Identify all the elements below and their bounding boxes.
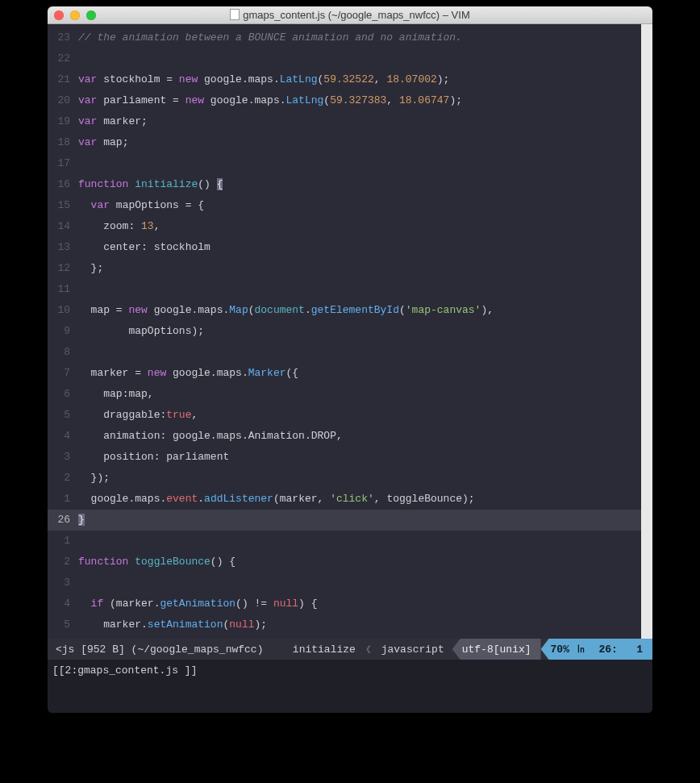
code-content[interactable]: position: parliament xyxy=(78,447,641,468)
code-content[interactable]: // the animation between a BOUNCE animat… xyxy=(78,27,641,48)
line-number: 7 xyxy=(48,363,78,384)
line-number: 13 xyxy=(48,237,78,258)
line-number: 8 xyxy=(48,342,78,363)
line-number: 3 xyxy=(48,447,78,468)
code-content[interactable]: map = new google.maps.Map(document.getEl… xyxy=(78,300,641,321)
code-line[interactable]: 18var map; xyxy=(48,132,641,153)
code-content[interactable]: function initialize() { xyxy=(78,174,641,195)
close-icon[interactable] xyxy=(54,10,64,20)
code-line[interactable]: 2 }); xyxy=(48,468,641,489)
code-content[interactable]: center: stockholm xyxy=(78,237,641,258)
window-title: gmaps_content.js (~/google_maps_nwfcc) –… xyxy=(48,9,652,21)
code-line[interactable]: 5 marker.setAnimation(null); xyxy=(48,614,641,635)
line-number: 4 xyxy=(48,426,78,447)
line-number: 22 xyxy=(48,48,78,69)
code-content[interactable]: var map; xyxy=(78,132,641,153)
line-number: 26 xyxy=(48,510,78,531)
line-number: 23 xyxy=(48,27,78,48)
code-line[interactable]: 16function initialize() { xyxy=(48,174,641,195)
line-number: 6 xyxy=(48,384,78,405)
code-content[interactable] xyxy=(78,279,641,300)
code-line[interactable]: 5 draggable:true, xyxy=(48,405,641,426)
status-funcname: initialize xyxy=(285,643,364,656)
code-line[interactable]: 19var marker; xyxy=(48,111,641,132)
line-number: 2 xyxy=(48,468,78,489)
status-encoding: utf-8[unix] xyxy=(452,639,541,660)
editor-area: 23// the animation between a BOUNCE anim… xyxy=(48,24,652,639)
code-content[interactable]: zoom: 13, xyxy=(78,216,641,237)
line-number: 5 xyxy=(48,614,78,635)
line-number: 15 xyxy=(48,195,78,216)
line-number: 1 xyxy=(48,489,78,510)
code-content[interactable]: marker = new google.maps.Marker({ xyxy=(78,363,641,384)
line-number: 3 xyxy=(48,573,78,593)
code-line[interactable]: 12 }; xyxy=(48,258,641,279)
code-line[interactable]: 20var parliament = new google.maps.LatLn… xyxy=(48,90,641,111)
line-number: 11 xyxy=(48,279,78,300)
code-line[interactable]: 14 zoom: 13, xyxy=(48,216,641,237)
code-content[interactable]: } xyxy=(78,510,641,531)
code-content[interactable]: draggable:true, xyxy=(78,405,641,426)
code-content[interactable]: }); xyxy=(78,468,641,489)
code-line[interactable]: 9 mapOptions); xyxy=(48,321,641,342)
code-content[interactable] xyxy=(78,573,641,593)
code-line[interactable]: 13 center: stockholm xyxy=(48,237,641,258)
code-line[interactable]: 6 map:map, xyxy=(48,384,641,405)
code-editor[interactable]: 23// the animation between a BOUNCE anim… xyxy=(48,24,641,639)
traffic-lights xyxy=(48,10,96,20)
titlebar[interactable]: gmaps_content.js (~/google_maps_nwfcc) –… xyxy=(48,6,652,24)
code-content[interactable]: animation: google.maps.Animation.DROP, xyxy=(78,426,641,447)
code-content[interactable]: marker.setAnimation(null); xyxy=(78,614,641,635)
code-line[interactable]: 8 xyxy=(48,342,641,363)
code-line[interactable]: 22 xyxy=(48,48,641,69)
status-line: 26: xyxy=(598,643,617,656)
code-content[interactable]: var stockholm = new google.maps.LatLng(5… xyxy=(78,69,641,90)
code-content[interactable]: }; xyxy=(78,258,641,279)
line-number: 1 xyxy=(48,531,78,552)
bottom-gap xyxy=(48,681,652,713)
code-content[interactable]: if (marker.getAnimation() != null) { xyxy=(78,593,641,614)
file-icon xyxy=(230,9,240,20)
code-line[interactable]: 21var stockholm = new google.maps.LatLng… xyxy=(48,69,641,90)
status-filetype: javascript xyxy=(373,643,452,656)
line-number: 9 xyxy=(48,321,78,342)
line-number: 20 xyxy=(48,90,78,111)
code-line[interactable]: 10 map = new google.maps.Map(document.ge… xyxy=(48,300,641,321)
status-fileinfo: <js [952 B] (~/google_maps_nwfcc) xyxy=(48,643,271,656)
code-line[interactable]: 4 if (marker.getAnimation() != null) { xyxy=(48,593,641,614)
code-content[interactable] xyxy=(78,48,641,69)
code-line[interactable]: 3 position: parliament xyxy=(48,447,641,468)
code-content[interactable] xyxy=(78,531,641,552)
scrollbar[interactable] xyxy=(641,24,652,639)
code-content[interactable]: function toggleBounce() { xyxy=(78,552,641,573)
code-line[interactable]: 7 marker = new google.maps.Marker({ xyxy=(48,363,641,384)
code-line[interactable]: 11 xyxy=(48,279,641,300)
code-line[interactable]: 2function toggleBounce() { xyxy=(48,552,641,573)
tabline: [[2:gmaps_content.js ]] xyxy=(48,660,652,681)
code-content[interactable]: var parliament = new google.maps.LatLng(… xyxy=(78,90,641,111)
code-line[interactable]: 26} xyxy=(48,510,641,531)
code-line[interactable]: 15 var mapOptions = { xyxy=(48,195,641,216)
code-content[interactable]: mapOptions); xyxy=(78,321,641,342)
code-line[interactable]: 4 animation: google.maps.Animation.DROP, xyxy=(48,426,641,447)
code-line[interactable]: 17 xyxy=(48,153,641,174)
statusline: <js [952 B] (~/google_maps_nwfcc) initia… xyxy=(48,639,652,660)
code-content[interactable]: map:map, xyxy=(78,384,641,405)
line-number: 2 xyxy=(48,552,78,573)
code-content[interactable] xyxy=(78,153,641,174)
code-line[interactable]: 1 xyxy=(48,531,641,552)
line-number: 14 xyxy=(48,216,78,237)
code-content[interactable] xyxy=(78,342,641,363)
code-line[interactable]: 23// the animation between a BOUNCE anim… xyxy=(48,27,641,48)
line-number: 12 xyxy=(48,258,78,279)
minimize-icon[interactable] xyxy=(70,10,80,20)
line-number: 19 xyxy=(48,111,78,132)
code-content[interactable]: var marker; xyxy=(78,111,641,132)
code-line[interactable]: 1 google.maps.event.addListener(marker, … xyxy=(48,489,641,510)
line-number: 17 xyxy=(48,153,78,174)
line-number: 5 xyxy=(48,405,78,426)
code-content[interactable]: var mapOptions = { xyxy=(78,195,641,216)
code-content[interactable]: google.maps.event.addListener(marker, 'c… xyxy=(78,489,641,510)
code-line[interactable]: 3 xyxy=(48,573,641,593)
zoom-icon[interactable] xyxy=(86,10,96,20)
